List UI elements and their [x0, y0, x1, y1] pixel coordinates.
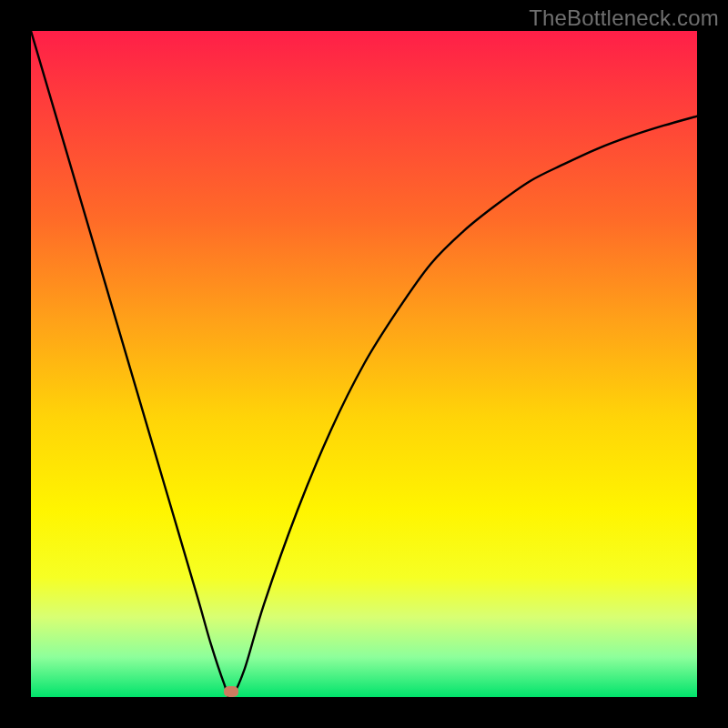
curve-svg: [31, 31, 697, 697]
plot-area: [31, 31, 697, 697]
marker-dot: [224, 686, 238, 697]
bottleneck-curve: [31, 31, 697, 697]
watermark-text: TheBottleneck.com: [529, 5, 719, 31]
chart-frame: TheBottleneck.com: [0, 0, 728, 728]
